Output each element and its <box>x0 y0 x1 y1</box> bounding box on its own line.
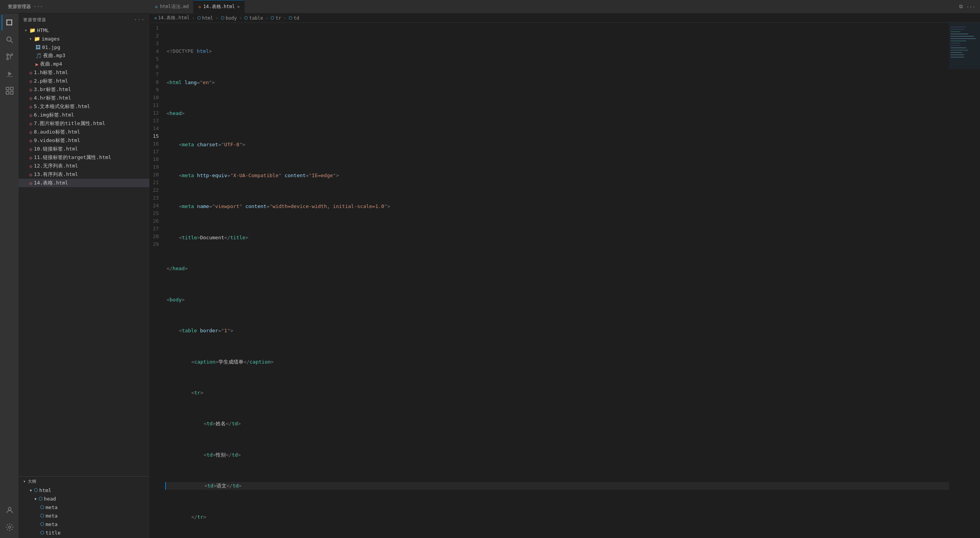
chevron-down-icon: ▾ <box>29 487 32 493</box>
sidebar-header: 资源管理器 ··· <box>19 14 149 26</box>
line-number: 2 <box>153 32 159 40</box>
line-number: 28 <box>153 233 159 240</box>
html-file-icon: ◇ <box>29 121 32 127</box>
breadcrumb-body[interactable]: ⬡ body <box>221 15 237 21</box>
line-number: 25 <box>153 210 159 217</box>
code-line-16: </tr> <box>165 513 949 521</box>
tree-file-5[interactable]: ◇ 5.文本格式化标签.html <box>19 102 149 111</box>
html-file-icon: ◇ <box>29 78 32 84</box>
activity-item-settings[interactable] <box>2 519 17 535</box>
outline-item-meta1[interactable]: ⬡ meta <box>19 503 149 511</box>
tree-file-10[interactable]: ◇ 10.链接标签.html <box>19 145 149 153</box>
file-icon: ◇ <box>154 15 157 20</box>
activity-item-search[interactable] <box>2 32 17 47</box>
tree-file-8[interactable]: ◇ 8.audio标签.html <box>19 128 149 136</box>
element-icon: ⬡ <box>40 530 44 535</box>
tree-file-12[interactable]: ◇ 12.无序列表.html <box>19 162 149 170</box>
tree-file-2[interactable]: ◇ 2.p标签.html <box>19 77 149 85</box>
line-number: 20 <box>153 171 159 179</box>
outline-item-meta2[interactable]: ⬡ meta <box>19 511 149 520</box>
element-icon: ⬡ <box>244 15 248 20</box>
outline-header[interactable]: ▾ 大纲 <box>19 477 149 486</box>
breadcrumb-table-label: table <box>249 15 263 21</box>
app-title: 资源管理器 <box>8 3 31 10</box>
line-number: 12 <box>153 109 159 117</box>
code-line-5: <meta http-equiv="X-UA-Compatible" conte… <box>165 172 949 179</box>
breadcrumb-table[interactable]: ⬡ table <box>244 15 263 21</box>
more-actions-icon[interactable]: ··· <box>966 4 975 10</box>
tree-file-13[interactable]: ◇ 13.有序列表.html <box>19 170 149 179</box>
element-icon: ⬡ <box>34 487 38 493</box>
activity-item-explorer[interactable] <box>2 15 17 30</box>
tab-bar: ◇ html语法.md ◇ 14.表格.html ✕ <box>150 0 955 14</box>
code-line-2: <html lang="en"> <box>165 79 949 86</box>
svg-point-9 <box>11 54 13 56</box>
breadcrumb-tr-label: tr <box>275 15 281 21</box>
audio-file-icon: 🎵 <box>35 53 42 59</box>
line-number: 22 <box>153 186 159 194</box>
tree-file-01jpg[interactable]: 🖼 01.jpg <box>19 43 149 51</box>
html-file-icon: ◇ <box>29 146 32 152</box>
tree-item-label: 11.链接标签的target属性.html <box>34 154 112 161</box>
title-bar-right: ⧉ ··· <box>955 3 980 10</box>
main-layout: 资源管理器 ··· ▾ 📁 HTML ▾ 📁 images 🖼 01 <box>0 14 980 538</box>
tab-html-grammar-icon: ◇ <box>155 4 158 9</box>
tree-file-7[interactable]: ◇ 7.图片标签的title属性.html <box>19 119 149 128</box>
svg-rect-35 <box>949 23 980 69</box>
tree-folder-images[interactable]: ▾ 📁 images <box>19 34 149 43</box>
code-content[interactable]: <!DOCTYPE html> <html lang="en"> <head> … <box>165 23 949 538</box>
tree-file-4[interactable]: ◇ 4.hr标签.html <box>19 94 149 102</box>
activity-item-account[interactable] <box>2 502 17 518</box>
code-line-15: <td>语文</td> <box>165 482 949 490</box>
tree-item-label: 10.链接标签.html <box>34 145 78 152</box>
tree-file-1[interactable]: ◇ 1.h标签.html <box>19 68 149 77</box>
tree-file-6[interactable]: ◇ 6.img标签.html <box>19 111 149 119</box>
tree-item-label: 夜曲.mp3 <box>43 52 65 59</box>
tree-file-14[interactable]: ◇ 14.表格.html <box>19 179 149 187</box>
tree-item-label: 01.jpg <box>42 44 60 50</box>
breadcrumb-html[interactable]: ⬡ html <box>197 15 213 21</box>
tree-file-11[interactable]: ◇ 11.链接标签的target属性.html <box>19 153 149 162</box>
sidebar-more-button[interactable]: ··· <box>134 17 145 23</box>
line-number: 1 <box>153 24 159 32</box>
code-editor[interactable]: 1 2 3 4 5 6 7 8 9 10 11 12 13 14 15 16 1… <box>150 23 980 538</box>
outline-item-head[interactable]: ▾ ⬡ head <box>19 494 149 503</box>
tab-table-label: 14.表格.html <box>203 3 235 10</box>
more-options-icon[interactable]: ··· <box>33 3 43 10</box>
split-editor-icon[interactable]: ⧉ <box>959 3 963 10</box>
tab-html-grammar[interactable]: ◇ html语法.md <box>150 0 194 14</box>
tree-file-9[interactable]: ◇ 9.video标签.html <box>19 136 149 145</box>
breadcrumb-separator: › <box>192 15 194 21</box>
code-line-1: <!DOCTYPE html> <box>165 47 949 55</box>
tree-item-label: 夜曲.mp4 <box>40 61 62 68</box>
line-number: 27 <box>153 225 159 233</box>
element-icon: ⬡ <box>40 513 44 518</box>
outline-item-title[interactable]: ⬡ title <box>19 528 149 537</box>
tree-file-mp3[interactable]: 🎵 夜曲.mp3 <box>19 51 149 60</box>
activity-item-extensions[interactable] <box>2 83 17 98</box>
svg-rect-16 <box>6 91 9 94</box>
code-line-4: <meta charset="UTF-8"> <box>165 141 949 149</box>
tab-table-html[interactable]: ◇ 14.表格.html ✕ <box>194 0 245 14</box>
activity-item-git[interactable] <box>2 49 17 64</box>
outline-item-meta3[interactable]: ⬡ meta <box>19 520 149 528</box>
line-number: 16 <box>153 140 159 148</box>
line-number: 26 <box>153 217 159 225</box>
breadcrumb-td[interactable]: ⬡ td <box>289 15 299 21</box>
tab-table-close-button[interactable]: ✕ <box>237 4 240 9</box>
tree-file-3[interactable]: ◇ 3.br标签.html <box>19 85 149 94</box>
html-file-icon: ◇ <box>29 155 32 161</box>
breadcrumb-tr[interactable]: ⬡ tr <box>270 15 281 21</box>
element-icon: ⬡ <box>39 496 42 501</box>
tree-item-label: 14.表格.html <box>34 179 68 186</box>
breadcrumb-file[interactable]: ◇ 14.表格.html <box>154 15 189 21</box>
outline-item-html[interactable]: ▾ ⬡ html <box>19 486 149 494</box>
outline-item-label: meta <box>46 513 57 519</box>
line-number: 29 <box>153 240 159 248</box>
tree-file-mp4[interactable]: ▶ 夜曲.mp4 <box>19 60 149 68</box>
tree-folder-html[interactable]: ▾ 📁 HTML <box>19 26 149 34</box>
line-number-current: 15 <box>153 132 159 140</box>
sidebar-title-area: 资源管理器 ··· <box>0 3 150 10</box>
activity-item-run[interactable] <box>2 66 17 81</box>
line-number: 23 <box>153 194 159 202</box>
